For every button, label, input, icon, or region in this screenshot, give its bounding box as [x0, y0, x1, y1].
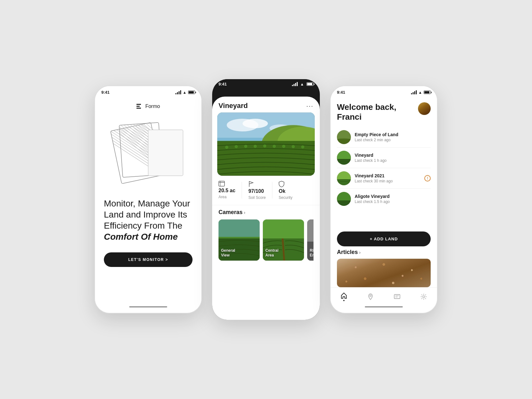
logo-text: Formo [145, 104, 160, 109]
logo-area: Formo [136, 104, 160, 109]
signal-2 [292, 82, 298, 86]
battery-3 [424, 91, 431, 94]
nav-settings[interactable] [415, 292, 432, 301]
time-2: 9:41 [218, 82, 227, 86]
camera-thumb-0[interactable]: GeneralView [218, 219, 260, 261]
area-value: 20.5 ac [218, 188, 235, 193]
status-icons-2: ▲ [292, 82, 314, 86]
land-item-3[interactable]: Aligote Vineyard Last check 1.5 h ago [337, 189, 431, 209]
more-button[interactable]: ··· [306, 102, 314, 110]
cameras-chevron-icon: › [244, 210, 245, 215]
status-icons-3: ▲ [411, 90, 431, 95]
stat-security: Ok Security [279, 181, 292, 200]
welcome-text: Welcome back,Franci [337, 102, 396, 122]
soil-icon [248, 181, 254, 187]
svg-rect-1 [136, 106, 140, 107]
svg-rect-52 [219, 181, 225, 186]
camera-label-1: CentralArea [265, 248, 278, 258]
land-avatar-1 [337, 151, 351, 165]
vineyard-title: Vineyard [218, 102, 248, 110]
time-1: 9:41 [101, 90, 110, 95]
avatar-img [418, 102, 431, 115]
svg-point-45 [244, 145, 247, 148]
shield-icon [279, 181, 284, 187]
article-img-texture [337, 259, 431, 287]
nav-messages[interactable] [389, 292, 406, 301]
vineyard-svg [217, 112, 315, 176]
divider-1 [242, 182, 242, 199]
cameras-section: Cameras › G [212, 205, 320, 320]
phone-vineyard: 9:41 ▲ Vineyard ··· [212, 79, 320, 320]
svg-point-50 [292, 145, 295, 148]
vineyard-image [217, 112, 315, 176]
home-nav-icon [340, 292, 347, 299]
land-name-0: Empty Piece of Land [355, 132, 431, 137]
camera-label-2: RightEntran... [310, 248, 314, 258]
onboarding-text: Monitor, Manage Your Land and Improve It… [104, 198, 193, 242]
wifi-3: ▲ [418, 90, 422, 95]
land-info-2: Vineyard 2021 Last check 30 min ago [355, 173, 421, 183]
status-icons-1: ▲ [175, 90, 195, 95]
svg-rect-0 [136, 104, 141, 105]
status-bar-3: 9:41 ▲ [331, 86, 437, 97]
wifi-1: ▲ [183, 90, 187, 95]
cameras-header[interactable]: Cameras › [218, 209, 314, 216]
articles-section: Articles › [331, 249, 437, 287]
land-item-2[interactable]: Vineyard 2021 Last check 30 min ago ! [337, 168, 431, 189]
illustration [110, 116, 186, 192]
svg-point-51 [301, 145, 304, 149]
status-bar-1: 9:41 ▲ [95, 86, 201, 97]
land-av-img-1 [337, 151, 351, 165]
svg-rect-34 [148, 130, 183, 176]
svg-rect-64 [337, 139, 351, 144]
land-avatar-3 [337, 192, 351, 206]
land-name-2: Vineyard 2021 [355, 173, 421, 178]
home-indicator-1 [129, 306, 167, 307]
wifi-2: ▲ [300, 82, 304, 86]
land-name-1: Vineyard [355, 153, 431, 158]
svg-point-49 [282, 145, 285, 148]
svg-rect-72 [394, 294, 400, 299]
area-label: Area [218, 195, 235, 199]
nav-home[interactable] [335, 291, 352, 302]
article-image-0[interactable] [337, 259, 431, 287]
stats-row: 20.5 ac Area 97/100 Soil Score Ok [212, 176, 320, 205]
illustration-svg [110, 116, 186, 192]
land-av-img-0 [337, 130, 351, 144]
time-3: 9:41 [337, 90, 345, 95]
security-value: Ok [279, 188, 292, 194]
security-label: Security [279, 195, 292, 200]
status-bar-2: 9:41 ▲ [212, 79, 320, 88]
location-nav-icon [367, 293, 374, 300]
bottom-nav [331, 287, 437, 304]
user-avatar[interactable] [418, 102, 431, 115]
cta-button[interactable]: LET'S MONITOR > [104, 252, 193, 267]
articles-header[interactable]: Articles › [337, 249, 431, 256]
battery-1 [188, 91, 195, 94]
stat-soil: 97/100 Soil Score [248, 181, 266, 200]
phone-onboarding: 9:41 ▲ Formo [94, 86, 202, 314]
land-name-3: Aligote Vineyard [355, 194, 431, 199]
land-list: Empty Piece of Land Last check 2 min ago [331, 124, 437, 229]
land-item-0[interactable]: Empty Piece of Land Last check 2 min ago [337, 127, 431, 148]
welcome-header: Welcome back,Franci [331, 97, 437, 124]
add-land-button[interactable]: + ADD LAND [337, 231, 431, 246]
battery-2 [307, 82, 314, 86]
cameras-title: Cameras [218, 209, 243, 216]
nav-map[interactable] [362, 292, 379, 301]
land-av-img-3 [337, 192, 351, 206]
articles-title: Articles [337, 249, 358, 256]
land-info-3: Aligote Vineyard Last check 1.5 h ago [355, 194, 431, 204]
signal-3 [411, 90, 417, 94]
land-av-img-2 [337, 171, 351, 185]
land-time-2: Last check 30 min ago [355, 179, 421, 183]
home-content: Welcome back,Franci Empty Piece of Land [331, 97, 437, 310]
svg-point-48 [273, 145, 276, 148]
svg-point-71 [370, 295, 371, 296]
camera-thumb-1[interactable]: CentralArea [263, 219, 304, 261]
formo-logo-icon [136, 104, 143, 109]
divider-2 [272, 182, 272, 199]
camera-thumb-2[interactable]: RightEntran... [307, 219, 314, 261]
land-time-0: Last check 2 min ago [355, 138, 431, 142]
land-item-1[interactable]: Vineyard Last check 1 h ago [337, 148, 431, 168]
